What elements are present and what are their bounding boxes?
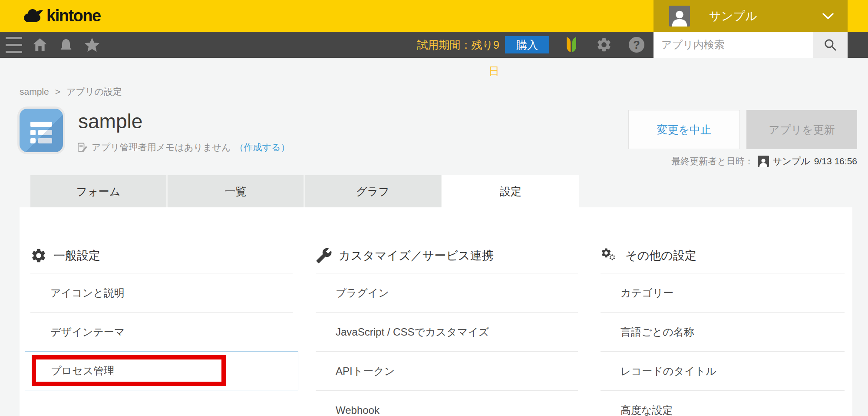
tab-graph[interactable]: グラフ (305, 175, 442, 207)
purchase-button[interactable]: 購入 (505, 36, 549, 53)
last-updated-avatar-icon (758, 156, 769, 167)
section-other-settings: その他の設定 カテゴリー 言語ごとの名称 レコードのタイトル 高度な設定 (601, 207, 845, 416)
breadcrumb-separator: > (55, 87, 60, 97)
settings-panel: 一般設定 アイコンと説明 デザインテーマ プロセス管理 カスタマイズ／サービス連… (20, 207, 852, 416)
kintone-app-settings-page: { "header": { "logo_text": "kintone", "u… (0, 0, 868, 416)
search-icon (823, 38, 837, 52)
last-updated-user: サンプル (773, 155, 810, 167)
section-header-other: その他の設定 (601, 246, 696, 266)
top-bar: kintone サンプル (0, 0, 868, 32)
kintone-cloud-icon (23, 8, 43, 24)
breadcrumb: sample > アプリの設定 (20, 86, 122, 98)
admin-memo-row: アプリ管理者用メモはありません （作成する） (77, 141, 290, 153)
page-title: sample (78, 110, 142, 133)
wrench-icon (316, 247, 332, 264)
section-customization: カスタマイズ／サービス連携 プラグイン JavaScript / CSSでカスタ… (316, 207, 578, 416)
cancel-changes-button[interactable]: 変更を中止 (628, 110, 740, 149)
section-header-general: 一般設定 (30, 246, 100, 266)
tab-form[interactable]: フォーム (30, 175, 168, 207)
logo-text: kintone (46, 7, 101, 25)
app-settings-tabbar: フォーム 一覧 グラフ 設定 (30, 175, 579, 207)
chevron-down-icon (822, 13, 834, 20)
section-header-customization: カスタマイズ／サービス連携 (316, 246, 494, 266)
hamburger-menu-icon[interactable] (4, 32, 23, 58)
favorites-star-icon[interactable] (83, 32, 102, 58)
section-title: その他の設定 (625, 248, 696, 263)
section-title: 一般設定 (53, 248, 100, 263)
section-general-settings: 一般設定 アイコンと説明 デザインテーマ プロセス管理 (30, 207, 293, 416)
memo-create-link[interactable]: （作成する） (234, 141, 290, 153)
app-search (653, 32, 813, 58)
search-input[interactable] (653, 32, 813, 58)
settings-item-process-management[interactable]: プロセス管理 (25, 351, 298, 390)
gear-icon (30, 247, 47, 264)
last-updated-time: 9/13 16:56 (814, 156, 857, 166)
section-title: カスタマイズ／サービス連携 (339, 248, 494, 263)
settings-item-icon-description[interactable]: アイコンと説明 (30, 273, 293, 312)
user-name: サンプル (709, 8, 757, 24)
memo-empty-text: アプリ管理者用メモはありません (92, 141, 231, 153)
settings-item-plugin[interactable]: プラグイン (316, 273, 578, 312)
user-avatar-icon (669, 6, 690, 27)
home-icon[interactable] (30, 32, 50, 58)
notifications-bell-icon[interactable] (57, 32, 75, 58)
settings-item-category[interactable]: カテゴリー (601, 273, 845, 312)
tab-settings[interactable]: 設定 (442, 175, 579, 207)
memo-note-icon (77, 142, 88, 153)
general-settings-list: アイコンと説明 デザインテーマ プロセス管理 (30, 273, 293, 390)
customization-list: プラグイン JavaScript / CSSでカスタマイズ APIトークン We… (316, 273, 578, 416)
settings-item-language-names[interactable]: 言語ごとの名称 (601, 312, 845, 351)
settings-item-advanced[interactable]: 高度な設定 (601, 390, 845, 416)
app-icon (20, 109, 63, 152)
trial-period-label: 試用期間：残り9日 (413, 32, 499, 58)
beginner-guide-icon[interactable] (562, 32, 581, 58)
kintone-logo[interactable]: kintone (23, 0, 101, 32)
last-updated-row: 最終更新者と日時： サンプル 9/13 16:56 (671, 155, 857, 167)
gear-icon[interactable] (594, 32, 614, 58)
tab-list[interactable]: 一覧 (168, 175, 305, 207)
gears-icon (601, 247, 619, 264)
help-icon[interactable]: ? (627, 32, 646, 58)
breadcrumb-current: アプリの設定 (66, 86, 122, 98)
settings-item-webhook[interactable]: Webhook (316, 390, 578, 416)
user-menu[interactable]: サンプル (653, 0, 848, 32)
last-updated-label: 最終更新者と日時： (671, 155, 754, 167)
search-button[interactable] (813, 32, 848, 58)
breadcrumb-app-link[interactable]: sample (20, 87, 49, 97)
settings-item-js-css[interactable]: JavaScript / CSSでカスタマイズ (316, 312, 578, 351)
settings-item-design-theme[interactable]: デザインテーマ (30, 312, 293, 351)
global-toolbar: 試用期間：残り9日 購入 ? (0, 32, 868, 58)
settings-item-record-title[interactable]: レコードのタイトル (601, 351, 845, 390)
settings-item-api-token[interactable]: APIトークン (316, 351, 578, 390)
other-settings-list: カテゴリー 言語ごとの名称 レコードのタイトル 高度な設定 (601, 273, 845, 416)
update-app-button[interactable]: アプリを更新 (746, 110, 857, 149)
